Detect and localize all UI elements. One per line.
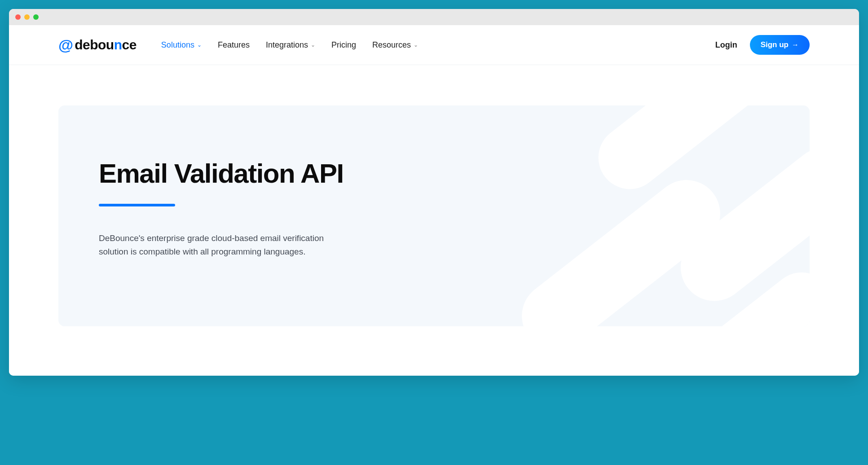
nav-pricing-label: Pricing	[331, 40, 356, 50]
login-link[interactable]: Login	[715, 40, 737, 50]
chevron-down-icon: ⌄	[197, 42, 202, 48]
hero-section: Email Validation API DeBounce's enterpri…	[58, 105, 810, 326]
logo[interactable]: @ debounce	[58, 37, 137, 53]
nav-resources[interactable]: Resources ⌄	[372, 40, 418, 50]
main-nav: Solutions ⌄ Features Integrations ⌄ Pric…	[161, 40, 715, 50]
chevron-down-icon: ⌄	[311, 42, 315, 48]
decor-shape	[665, 259, 810, 326]
nav-pricing[interactable]: Pricing	[331, 40, 356, 50]
window-minimize-icon[interactable]	[24, 14, 30, 20]
page-title: Email Validation API	[99, 159, 413, 188]
page-content: Email Validation API DeBounce's enterpri…	[9, 65, 859, 376]
hero-background-shapes	[397, 105, 810, 326]
nav-resources-label: Resources	[372, 40, 411, 50]
nav-integrations-label: Integrations	[266, 40, 308, 50]
nav-integrations[interactable]: Integrations ⌄	[266, 40, 315, 50]
signup-label: Sign up	[761, 40, 789, 49]
decor-shape	[586, 105, 773, 202]
arrow-right-icon: →	[792, 41, 799, 49]
logo-at-icon: @	[58, 37, 73, 53]
nav-solutions[interactable]: Solutions ⌄	[161, 40, 202, 50]
nav-features-label: Features	[218, 40, 250, 50]
site-header: @ debounce Solutions ⌄ Features Integrat…	[9, 25, 859, 65]
browser-window: @ debounce Solutions ⌄ Features Integrat…	[9, 9, 859, 376]
header-auth: Login Sign up →	[715, 35, 810, 55]
signup-button[interactable]: Sign up →	[750, 35, 810, 55]
hero-content: Email Validation API DeBounce's enterpri…	[99, 159, 413, 259]
title-underline	[99, 204, 175, 206]
nav-solutions-label: Solutions	[161, 40, 194, 50]
chevron-down-icon: ⌄	[414, 42, 418, 48]
window-close-icon[interactable]	[15, 14, 21, 20]
window-title-bar	[9, 9, 859, 25]
hero-description: DeBounce's enterprise grade cloud-based …	[99, 232, 350, 259]
nav-features[interactable]: Features	[218, 40, 250, 50]
decor-shape	[508, 167, 734, 326]
window-maximize-icon[interactable]	[33, 14, 39, 20]
decor-shape	[667, 134, 810, 314]
logo-text: debounce	[75, 38, 137, 52]
